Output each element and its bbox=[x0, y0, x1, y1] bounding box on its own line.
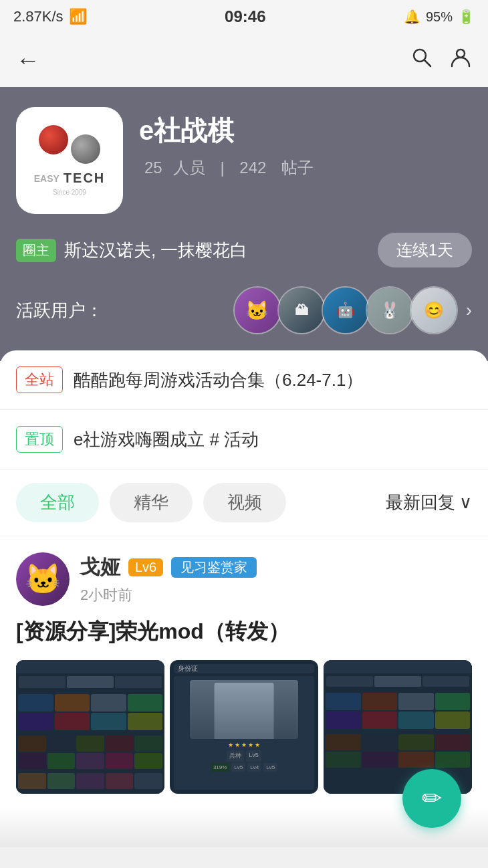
post-title: [资源分享]荣光mod（转发） bbox=[16, 617, 472, 647]
post-image-3[interactable] bbox=[324, 660, 472, 794]
notice-pinned[interactable]: 置顶 e社游戏嗨圈成立 # 活动 bbox=[0, 410, 488, 469]
role-badge: 见习鉴赏家 bbox=[171, 557, 257, 578]
header-actions bbox=[410, 46, 472, 74]
logo-tech-text: TECH bbox=[64, 171, 105, 186]
members-label: 人员 bbox=[173, 158, 205, 177]
stat-separator: | bbox=[220, 158, 224, 177]
avatar-5[interactable]: 😊 bbox=[410, 286, 458, 334]
post-header: 🐱 戈娅 Lv6 见习鉴赏家 2小时前 bbox=[16, 552, 472, 606]
logo-easy-text: EASY bbox=[34, 173, 59, 184]
group-stats: 25人员 | 242 帖子 bbox=[139, 157, 472, 179]
compose-icon: ✏ bbox=[422, 784, 442, 812]
battery-percent: 95% bbox=[426, 9, 453, 25]
post-time: 2小时前 bbox=[80, 585, 472, 605]
active-users-chevron-icon[interactable]: › bbox=[466, 300, 472, 321]
active-label: 活跃用户： bbox=[16, 299, 103, 322]
logo-red-sphere bbox=[39, 125, 68, 154]
logo-gray-sphere bbox=[71, 134, 100, 164]
status-right: 🔔 95% 🔋 bbox=[404, 9, 475, 25]
post-item[interactable]: 🐱 戈娅 Lv6 见习鉴赏家 2小时前 [资源分享]荣光mod（转发） bbox=[0, 536, 488, 807]
posts-count: 242 bbox=[239, 158, 266, 177]
group-meta: e社战棋 25人员 | 242 帖子 bbox=[139, 107, 472, 179]
avatar-4[interactable]: 🐰 bbox=[366, 286, 414, 334]
group-info-section: EASY TECH Since 2009 e社战棋 25人员 | 242 帖子 … bbox=[0, 87, 488, 361]
battery-icon: 🔔 bbox=[404, 9, 420, 25]
back-button[interactable]: ← bbox=[16, 46, 40, 74]
avatar-1[interactable]: 🐱 bbox=[233, 286, 281, 334]
content-area: 全站 酷酷跑每周游戏活动合集（6.24-7.1） 置顶 e社游戏嗨圈成立 # 活… bbox=[0, 350, 488, 847]
post-user-info: 戈娅 Lv6 见习鉴赏家 2小时前 bbox=[80, 554, 472, 605]
header: ← bbox=[0, 33, 488, 87]
wifi-icon: 📶 bbox=[69, 8, 87, 25]
post-image-1[interactable] bbox=[16, 660, 164, 794]
svg-point-2 bbox=[457, 49, 465, 58]
status-left: 2.87K/s 📶 bbox=[13, 8, 87, 25]
owner-row: 圈主 斯达汉诺夫, 一抹樱花白 连续1天 bbox=[16, 233, 472, 267]
compose-fab[interactable]: ✏ bbox=[402, 769, 461, 828]
owner-badge: 圈主 bbox=[16, 239, 56, 262]
battery-full-icon: 🔋 bbox=[458, 9, 475, 25]
owner-left: 圈主 斯达汉诺夫, 一抹樱花白 bbox=[16, 239, 247, 262]
status-bar: 2.87K/s 📶 09:46 🔔 95% 🔋 bbox=[0, 0, 488, 33]
notice-site-text: 酷酷跑每周游戏活动合集（6.24-7.1） bbox=[74, 368, 472, 392]
post-avatar: 🐱 bbox=[16, 552, 70, 606]
group-name: e社战棋 bbox=[139, 112, 472, 149]
group-logo: EASY TECH Since 2009 bbox=[16, 107, 123, 214]
notice-site[interactable]: 全站 酷酷跑每周游戏活动合集（6.24-7.1） bbox=[0, 350, 488, 410]
sort-chevron-icon: ∨ bbox=[459, 492, 472, 513]
members-count: 25 bbox=[144, 158, 162, 177]
logo-since: Since 2009 bbox=[53, 189, 86, 196]
speed-indicator: 2.87K/s bbox=[13, 8, 64, 25]
level-badge: Lv6 bbox=[128, 558, 163, 576]
profile-button[interactable] bbox=[449, 46, 472, 74]
active-users-row: 活跃用户： 🐱 🏔 🤖 🐰 😊 › bbox=[16, 286, 472, 334]
notice-pinned-text: e社游戏嗨圈成立 # 活动 bbox=[74, 428, 472, 451]
post-username: 戈娅 bbox=[80, 554, 120, 581]
sort-label: 最新回复 bbox=[386, 491, 455, 514]
avatar-emoji: 🐱 bbox=[25, 562, 62, 596]
avatar-2[interactable]: 🏔 bbox=[277, 286, 326, 334]
sort-button[interactable]: 最新回复 ∨ bbox=[386, 491, 472, 514]
svg-line-1 bbox=[424, 60, 431, 66]
search-button[interactable] bbox=[410, 46, 433, 74]
streak-button[interactable]: 连续1天 bbox=[378, 233, 472, 267]
group-info-top: EASY TECH Since 2009 e社战棋 25人员 | 242 帖子 bbox=[16, 107, 472, 214]
active-avatars[interactable]: 🐱 🏔 🤖 🐰 😊 › bbox=[233, 286, 472, 334]
post-images: 身份证 ★★★★★ 兵种 Lv5 bbox=[16, 660, 472, 794]
filter-all[interactable]: 全部 bbox=[16, 483, 99, 522]
notice-site-tag: 全站 bbox=[16, 366, 63, 393]
owner-name: 斯达汉诺夫, 一抹樱花白 bbox=[64, 239, 247, 262]
avatar-3[interactable]: 🤖 bbox=[322, 286, 370, 334]
filter-row: 全部 精华 视频 最新回复 ∨ bbox=[0, 469, 488, 536]
clock: 09:46 bbox=[225, 7, 265, 26]
filter-highlight[interactable]: 精华 bbox=[110, 483, 193, 522]
notice-pinned-tag: 置顶 bbox=[16, 426, 63, 453]
filter-video[interactable]: 视频 bbox=[203, 483, 286, 522]
posts-label: 帖子 bbox=[281, 158, 314, 177]
post-image-2[interactable]: 身份证 ★★★★★ 兵种 Lv5 bbox=[170, 660, 318, 794]
post-user-name-row: 戈娅 Lv6 见习鉴赏家 bbox=[80, 554, 472, 581]
